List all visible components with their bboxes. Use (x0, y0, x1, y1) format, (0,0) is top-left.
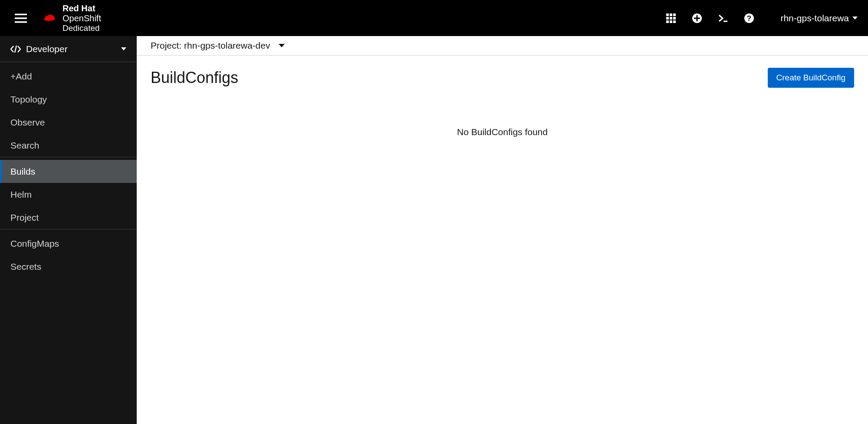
svg-rect-7 (666, 17, 669, 20)
svg-rect-12 (673, 20, 676, 23)
project-label: Project: rhn-gps-tolarewa-dev (151, 40, 270, 51)
help-button[interactable]: ? (744, 13, 754, 23)
add-button[interactable] (692, 13, 702, 23)
nav-toggle-button[interactable] (10, 8, 31, 29)
username-label: rhn-gps-tolarewa (780, 13, 849, 23)
perspective-label: Developer (26, 44, 116, 54)
nav-item-builds[interactable]: Builds (0, 160, 137, 183)
perspective-switcher[interactable]: Developer (0, 36, 137, 62)
brand-line-1: Red Hat (62, 3, 101, 13)
terminal-icon (718, 13, 728, 23)
chevron-down-icon (852, 17, 858, 20)
project-bar: Project: rhn-gps-tolarewa-dev (137, 36, 868, 56)
nav-item-topology[interactable]: Topology (0, 88, 137, 111)
brand-line-2: OpenShift (62, 13, 101, 23)
nav-item-search[interactable]: Search (0, 134, 137, 157)
nav-section-2: Builds Helm Project (0, 157, 137, 229)
nav-item-observe[interactable]: Observe (0, 111, 137, 134)
nav-item-configmaps[interactable]: ConfigMaps (0, 232, 137, 255)
page-header: BuildConfigs Create BuildConfig (137, 56, 868, 88)
empty-state-message: No BuildConfigs found (137, 88, 868, 137)
svg-rect-10 (666, 20, 669, 23)
redhat-icon (42, 12, 57, 24)
nav-item-helm[interactable]: Helm (0, 183, 137, 206)
svg-text:?: ? (747, 14, 751, 23)
sidebar: Developer +Add Topology Observe Search B… (0, 36, 137, 424)
svg-rect-1 (15, 17, 27, 19)
create-buildconfig-button[interactable]: Create BuildConfig (768, 68, 854, 88)
user-menu[interactable]: rhn-gps-tolarewa (780, 13, 858, 23)
nav-item-secrets[interactable]: Secrets (0, 255, 137, 278)
svg-rect-4 (666, 13, 669, 16)
main-content: Project: rhn-gps-tolarewa-dev BuildConfi… (137, 36, 868, 424)
nav-section-1: +Add Topology Observe Search (0, 62, 137, 157)
nav-item-project[interactable]: Project (0, 206, 137, 229)
svg-rect-0 (15, 13, 27, 15)
apps-button[interactable] (666, 13, 676, 23)
svg-rect-6 (673, 13, 676, 16)
plus-circle-icon (692, 13, 702, 23)
svg-rect-15 (694, 17, 700, 19)
svg-rect-9 (673, 17, 676, 20)
svg-line-19 (15, 46, 16, 53)
chevron-down-icon (279, 44, 285, 47)
project-selector[interactable]: Project: rhn-gps-tolarewa-dev (151, 40, 285, 51)
brand-line-3: Dedicated (62, 23, 101, 33)
help-icon: ? (744, 13, 754, 23)
svg-rect-5 (670, 13, 672, 16)
brand-logo[interactable]: Red Hat OpenShift Dedicated (42, 3, 101, 33)
chevron-down-icon (121, 47, 126, 50)
grid-icon (666, 13, 676, 23)
topbar-actions: ? (666, 13, 754, 23)
svg-rect-2 (15, 21, 27, 23)
nav-section-3: ConfigMaps Secrets (0, 229, 137, 278)
top-bar: Red Hat OpenShift Dedicated ? rhn-gps-to… (0, 0, 868, 36)
nav-item-add[interactable]: +Add (0, 65, 137, 88)
code-icon (10, 45, 21, 53)
terminal-button[interactable] (718, 13, 728, 23)
svg-rect-8 (670, 17, 672, 20)
svg-rect-11 (670, 20, 672, 23)
hamburger-icon (15, 12, 27, 24)
page-title: BuildConfigs (151, 69, 238, 87)
